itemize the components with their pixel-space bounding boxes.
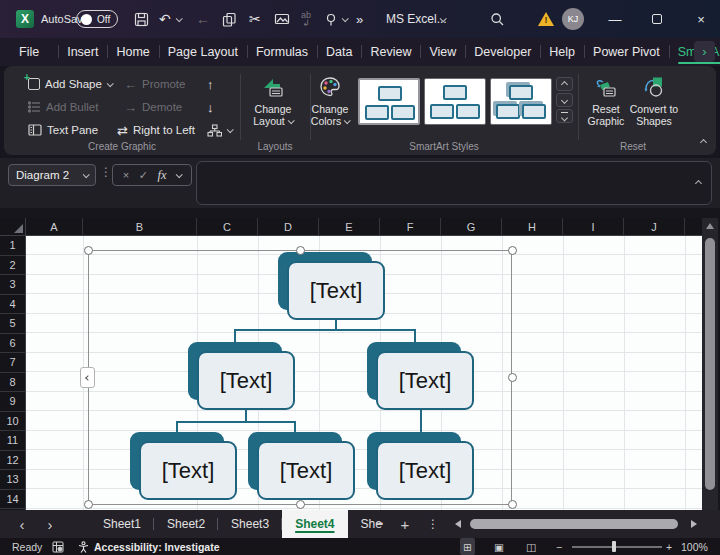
row-header[interactable]: 2	[0, 256, 26, 276]
collapse-formula-bar-button[interactable]	[696, 172, 701, 190]
convert-to-shapes-button[interactable]: Convert to Shapes	[628, 74, 680, 127]
macro-record-button[interactable]	[52, 538, 64, 555]
sheet-tab[interactable]: Sheet1	[90, 510, 154, 538]
accessibility-button[interactable]	[78, 538, 89, 555]
hscroll-left-arrow[interactable]	[452, 510, 464, 538]
ribbon-tab[interactable]: Page Layout	[159, 38, 247, 66]
demote-button[interactable]: → Demote	[124, 98, 182, 116]
column-header[interactable]: E	[319, 218, 380, 236]
page-break-view-button[interactable]: ◫	[526, 538, 536, 555]
paste-picture-button[interactable]	[274, 0, 290, 38]
gallery-scroll-down[interactable]	[556, 93, 573, 107]
ribbon-tab[interactable]: File	[10, 38, 48, 66]
normal-view-button[interactable]: ⊞	[460, 538, 475, 555]
cancel-button[interactable]: ×	[123, 169, 129, 181]
column-header[interactable]: B	[83, 218, 197, 236]
accessibility-status[interactable]: Accessibility: Investigate	[94, 538, 219, 555]
horizontal-scroll-thumb[interactable]	[470, 519, 678, 529]
select-all-button[interactable]	[0, 218, 26, 236]
gallery-scroll-up[interactable]	[556, 77, 573, 91]
smartart-node[interactable]: [Text]	[130, 432, 237, 500]
maximize-button[interactable]	[642, 0, 672, 38]
reset-graphic-button[interactable]: Reset Graphic	[580, 74, 632, 127]
scroll-up-arrow[interactable]	[706, 223, 714, 229]
promote-button[interactable]: ← Promote	[124, 75, 185, 93]
sheet-tab[interactable]: Sheet2	[154, 510, 218, 538]
row-header[interactable]: 5	[0, 314, 26, 334]
column-header[interactable]: A	[26, 218, 83, 236]
spelling-button[interactable]: ab↲	[301, 0, 311, 38]
row-header[interactable]: 12	[0, 451, 26, 471]
column-header[interactable]: I	[563, 218, 624, 236]
text-pane-expander-button[interactable]	[80, 367, 95, 388]
row-header[interactable]: 9	[0, 392, 26, 412]
gallery-more-button[interactable]	[556, 109, 573, 123]
add-shape-button[interactable]: + Add Shape	[28, 75, 112, 93]
ribbon-tab[interactable]: Developer	[465, 38, 540, 66]
search-button[interactable]	[490, 0, 505, 38]
ribbon-tab[interactable]: Formulas	[247, 38, 317, 66]
column-header[interactable]: G	[441, 218, 502, 236]
formula-options-handle[interactable]: ⋮	[100, 165, 112, 179]
smartart-node[interactable]: [Text]	[248, 432, 355, 500]
row-header[interactable]: 3	[0, 275, 26, 295]
ribbon-tab[interactable]: Insert	[58, 38, 107, 66]
collapse-ribbon-button[interactable]	[701, 131, 706, 149]
toolbar-overflow-button[interactable]: »	[356, 0, 363, 38]
style-thumb-selected[interactable]	[358, 78, 420, 125]
change-colors-button[interactable]: Change Colors	[304, 74, 356, 127]
ribbon-tab[interactable]: Help	[540, 38, 584, 66]
next-sheet-button[interactable]: ›	[38, 510, 62, 538]
right-to-left-button[interactable]: ⇄ Right to Left	[117, 121, 195, 139]
row-header[interactable]: 4	[0, 295, 26, 315]
row-header[interactable]: 1	[0, 236, 26, 256]
more-tabs-button[interactable]: ›	[694, 41, 715, 62]
ribbon-tab[interactable]: Review	[361, 38, 420, 66]
hscroll-right-arrow[interactable]	[688, 510, 700, 538]
close-button[interactable]: ×	[686, 0, 716, 38]
row-header[interactable]: 11	[0, 431, 26, 451]
column-header[interactable]: C	[197, 218, 258, 236]
cut-button[interactable]: ✂	[249, 0, 261, 38]
resize-handle[interactable]	[296, 246, 305, 255]
row-header[interactable]: 7	[0, 353, 26, 373]
page-layout-view-button[interactable]: ▣	[494, 538, 504, 555]
save-button[interactable]	[134, 0, 149, 38]
style-thumb[interactable]	[424, 78, 486, 125]
resize-handle[interactable]	[84, 246, 93, 255]
name-box[interactable]: Diagram 2	[8, 164, 96, 186]
column-header[interactable]: H	[502, 218, 563, 236]
copy-button[interactable]	[222, 0, 237, 38]
smartart-node[interactable]: [Text]	[278, 252, 385, 320]
ribbon-tab[interactable]: Home	[107, 38, 158, 66]
resize-handle[interactable]	[508, 373, 517, 382]
more-sheets-button[interactable]: •••	[368, 510, 390, 538]
chevron-down-icon[interactable]	[176, 171, 183, 178]
zoom-out-button[interactable]: −	[556, 538, 562, 555]
row-header[interactable]: 6	[0, 334, 26, 354]
zoom-level[interactable]: 100%	[681, 538, 708, 555]
style-thumb[interactable]	[490, 78, 552, 125]
prev-sheet-button[interactable]: ‹	[10, 510, 34, 538]
ribbon-tab[interactable]: View	[420, 38, 465, 66]
enter-button[interactable]: ✓	[139, 169, 148, 182]
ribbon-tab[interactable]: Data	[317, 38, 361, 66]
minimize-button[interactable]: —	[600, 0, 630, 38]
add-bullet-button[interactable]: Add Bullet	[28, 98, 98, 116]
resize-handle[interactable]	[84, 500, 93, 509]
zoom-slider-thumb[interactable]	[612, 541, 616, 552]
column-header[interactable]: J	[624, 218, 685, 236]
org-layout-button[interactable]	[207, 121, 232, 139]
resize-handle[interactable]	[508, 500, 517, 509]
undo-button[interactable]: ↶	[159, 0, 171, 38]
user-avatar[interactable]: KJ	[562, 0, 584, 38]
smartart-node[interactable]: [Text]	[188, 342, 295, 410]
sheet-menu-button[interactable]: ⋮	[424, 510, 442, 538]
zoom-slider-track[interactable]	[572, 546, 662, 548]
insert-function-button[interactable]: fx	[158, 168, 167, 183]
touch-mode-button[interactable]	[324, 0, 339, 38]
back-button[interactable]: ←	[196, 0, 210, 38]
smartart-node[interactable]: [Text]	[367, 342, 474, 410]
alert-button[interactable]: !	[538, 0, 554, 38]
move-up-button[interactable]: ↑	[207, 75, 214, 93]
